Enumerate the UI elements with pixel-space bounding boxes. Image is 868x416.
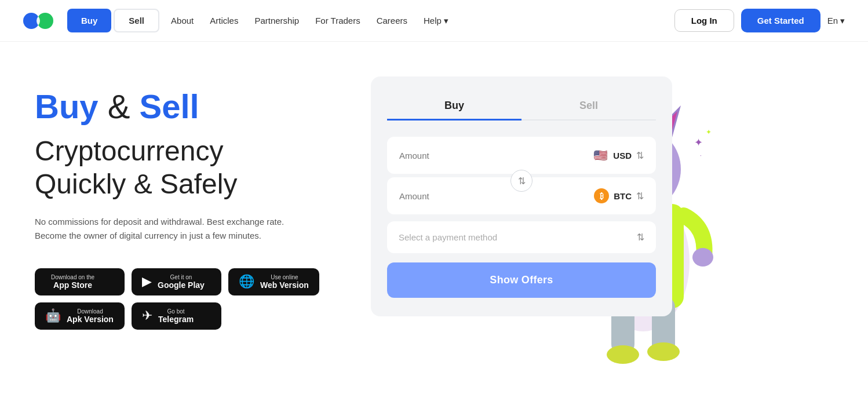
amount-from-wrapper: 🇺🇸 USD ⇅ [387, 137, 656, 174]
hero-title: Buy & Sell [35, 88, 371, 125]
currency-from-name: USD [613, 151, 632, 160]
telegram-button[interactable]: ✈ Go bot Telegram [132, 302, 221, 330]
google-play-icon: ▶ [142, 274, 152, 289]
nav-link-for-traders[interactable]: For Traders [315, 16, 360, 25]
navbar-right: Log In Get Started En ▾ [674, 9, 845, 32]
web-version-small-text: Use online [260, 274, 309, 280]
chevron-updown-icon: ⇅ [636, 150, 644, 161]
nav-link-careers[interactable]: Careers [377, 16, 407, 25]
payment-placeholder-text: Select a payment method [399, 232, 497, 242]
btc-icon: ₿ [594, 188, 609, 203]
web-version-large-text: Web Version [260, 280, 309, 290]
navbar-left: Buy Sell About Articles Partnership For … [23, 9, 448, 32]
svg-point-17 [607, 345, 639, 364]
show-offers-button[interactable]: Show Offers [387, 262, 656, 298]
nav-buy-button[interactable]: Buy [67, 9, 111, 32]
hero-and: & [99, 87, 140, 125]
google-play-button[interactable]: ▶ Get it on Google Play [132, 268, 221, 295]
app-store-button[interactable]: Download on the App Store [35, 268, 125, 295]
chevron-updown-to-icon: ⇅ [636, 191, 644, 202]
nav-link-partnership[interactable]: Partnership [254, 16, 299, 25]
currency-from-selector[interactable]: 🇺🇸 USD ⇅ [593, 148, 644, 163]
app-store-small-text: Download on the [51, 274, 94, 280]
navbar: Buy Sell About Articles Partnership For … [0, 0, 868, 42]
nav-buy-sell-buttons: Buy Sell [67, 9, 159, 32]
widget-tabs: Buy Sell [387, 93, 656, 121]
nav-link-about[interactable]: About [171, 16, 194, 25]
language-selector[interactable]: En ▾ [827, 16, 845, 26]
google-play-large-text: Google Play [158, 280, 205, 290]
nav-links: About Articles Partnership For Traders C… [171, 16, 448, 26]
nav-sell-button[interactable]: Sell [114, 9, 159, 32]
swap-button[interactable]: ⇅ [510, 170, 533, 192]
app-buttons-group: Download on the App Store ▶ Get it on Go… [35, 268, 371, 330]
svg-point-18 [647, 342, 680, 361]
exchange-widget: Buy Sell 🇺🇸 USD ⇅ ⇅ [371, 76, 672, 316]
svg-text:✦: ✦ [694, 137, 703, 148]
chevron-down-icon: ▾ [840, 16, 845, 26]
apk-large-text: Apk Version [67, 315, 114, 324]
app-store-large-text: App Store [51, 280, 94, 290]
get-started-button[interactable]: Get Started [741, 9, 820, 32]
tab-buy[interactable]: Buy [387, 93, 521, 121]
google-play-small-text: Get it on [158, 274, 205, 280]
android-icon: 🤖 [45, 308, 61, 323]
svg-text:✦: ✦ [706, 128, 712, 136]
logo-icon[interactable] [23, 10, 53, 31]
chevron-down-icon: ▾ [444, 16, 448, 26]
apk-button[interactable]: 🤖 Download Apk Version [35, 302, 125, 330]
right-section: Buy Sell 🇺🇸 USD ⇅ ⇅ [371, 76, 695, 316]
payment-chevron-icon: ⇅ [637, 232, 644, 243]
amount-to-field[interactable] [399, 191, 594, 201]
nav-link-help[interactable]: Help ▾ [424, 16, 448, 26]
usd-flag-icon: 🇺🇸 [593, 148, 608, 163]
hero-buy-word: Buy [35, 87, 99, 125]
svg-point-20 [692, 248, 713, 267]
hero-description: No commissions for deposit and withdrawa… [35, 215, 313, 243]
web-version-button[interactable]: 🌐 Use online Web Version [228, 268, 319, 295]
apk-small-text: Download [67, 308, 114, 315]
svg-text:·: · [700, 152, 702, 159]
telegram-large-text: Telegram [158, 315, 194, 324]
main-content: Buy & Sell CryptocurrencyQuickly & Safel… [0, 42, 868, 416]
nav-link-articles[interactable]: Articles [210, 16, 238, 25]
web-icon: 🌐 [239, 274, 254, 289]
amount-from-input: 🇺🇸 USD ⇅ [387, 137, 656, 174]
hero-subtitle: CryptocurrencyQuickly & Safely [35, 134, 371, 201]
tab-sell[interactable]: Sell [521, 93, 656, 121]
telegram-small-text: Go bot [158, 308, 194, 315]
login-button[interactable]: Log In [674, 9, 734, 32]
payment-method-selector[interactable]: Select a payment method ⇅ [387, 221, 656, 253]
telegram-icon: ✈ [142, 308, 152, 323]
hero-sell-word: Sell [140, 87, 199, 125]
currency-to-name: BTC [614, 191, 632, 201]
currency-to-selector[interactable]: ₿ BTC ⇅ [594, 188, 644, 203]
left-section: Buy & Sell CryptocurrencyQuickly & Safel… [35, 76, 371, 330]
amount-from-field[interactable] [399, 151, 593, 160]
